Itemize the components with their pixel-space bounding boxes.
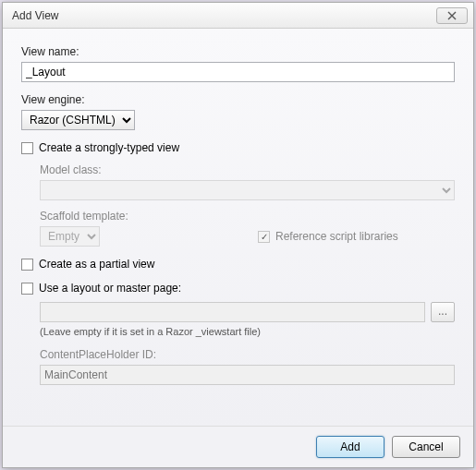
add-button[interactable]: Add <box>316 436 384 458</box>
use-layout-label: Use a layout or master page: <box>39 282 181 295</box>
placeholder-label: ContentPlaceHolder ID: <box>40 348 455 361</box>
model-class-select <box>40 180 455 200</box>
layout-path-input <box>40 302 425 322</box>
partial-view-label: Create as a partial view <box>39 258 154 271</box>
close-icon <box>447 11 457 20</box>
strongly-typed-checkbox[interactable] <box>21 142 33 154</box>
use-layout-checkbox[interactable] <box>21 283 33 295</box>
close-button[interactable] <box>436 7 468 24</box>
model-class-label: Model class: <box>40 163 455 176</box>
dialog-footer: Add Cancel <box>3 426 473 467</box>
layout-hint: (Leave empty if it is set in a Razor _vi… <box>40 326 455 337</box>
scaffold-select: Empty <box>40 226 100 247</box>
reference-scripts-checkbox <box>258 231 270 243</box>
cancel-button[interactable]: Cancel <box>392 436 460 458</box>
placeholder-input <box>40 365 455 385</box>
dialog-title: Add View <box>12 9 436 22</box>
view-name-label: View name: <box>21 45 455 58</box>
add-view-dialog: Add View View name: View engine: Razor (… <box>2 2 474 468</box>
strongly-typed-label: Create a strongly-typed view <box>39 141 179 154</box>
dialog-content: View name: View engine: Razor (CSHTML) C… <box>3 29 473 426</box>
view-engine-label: View engine: <box>21 93 455 106</box>
reference-scripts-label: Reference script libraries <box>275 230 398 243</box>
scaffold-label: Scaffold template: <box>40 210 455 223</box>
browse-button[interactable]: ... <box>431 302 455 322</box>
titlebar: Add View <box>3 3 473 29</box>
view-name-input[interactable] <box>21 62 455 82</box>
view-engine-select[interactable]: Razor (CSHTML) <box>21 110 135 130</box>
partial-view-checkbox[interactable] <box>21 259 33 271</box>
